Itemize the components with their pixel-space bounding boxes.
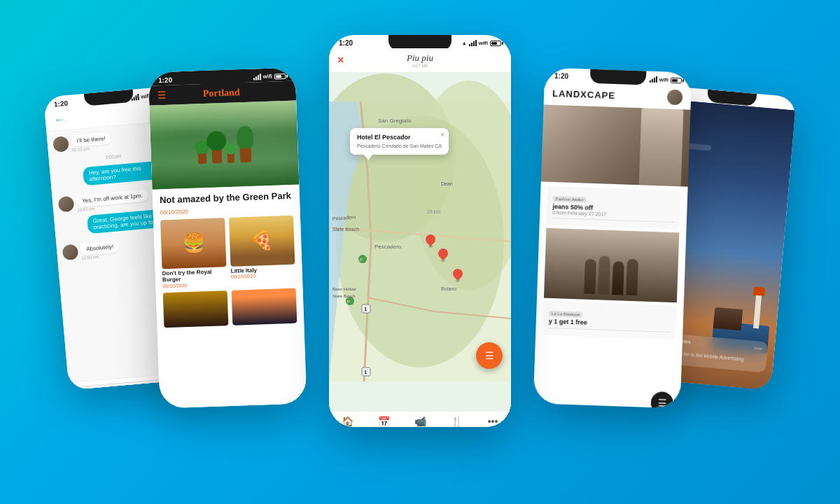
signal-landxcape bbox=[649, 76, 657, 83]
map-logo-area: Piu piu GET ME bbox=[407, 52, 433, 68]
svg-text:Butano: Butano bbox=[441, 286, 456, 291]
greenhouse-visual bbox=[149, 100, 299, 189]
landxcape-title-area: LANDXCAPE bbox=[552, 88, 615, 100]
pin-head-3 bbox=[451, 267, 465, 281]
svg-text:28 km: 28 km bbox=[427, 209, 440, 214]
landxcape-hero bbox=[541, 104, 691, 186]
plant-4 bbox=[236, 126, 253, 149]
pin-head-1 bbox=[424, 232, 438, 246]
map-list-toggle[interactable]: ☰ bbox=[476, 342, 503, 369]
map-header: × Piu piu GET ME bbox=[329, 48, 511, 72]
landxcape-screen: LANDXCAPE Fashion Atelier jeans 50% off … bbox=[533, 80, 692, 408]
signal-map bbox=[469, 40, 477, 46]
phone-portland: 1:20 wifi ☰ Portland bbox=[148, 67, 307, 408]
battery-landxcape bbox=[671, 77, 682, 83]
portland-header-spacer bbox=[276, 91, 288, 92]
map-logo-sub: GET ME bbox=[407, 64, 433, 68]
person-sil-2 bbox=[598, 255, 610, 295]
plant-2 bbox=[206, 131, 227, 151]
portland-screen: ☰ Portland bbox=[148, 80, 307, 408]
svg-text:San Gregorio: San Gregorio bbox=[378, 118, 412, 124]
portland-app-title: Portland bbox=[203, 87, 240, 99]
avatar-chat-2 bbox=[58, 196, 75, 213]
map-close-button[interactable]: × bbox=[337, 54, 344, 66]
person-silhouette bbox=[639, 108, 684, 186]
pizza-image: 🍕 bbox=[229, 216, 295, 267]
status-icons-map: ▲ wifi bbox=[462, 40, 501, 46]
pot-1 bbox=[198, 153, 207, 164]
nav-item-program[interactable]: 📅 Program bbox=[365, 416, 402, 427]
avatar-chat-1 bbox=[52, 136, 69, 153]
map-popup: × Hotel El Pescador Pescadero Condado de… bbox=[350, 128, 449, 155]
hamburger-icon[interactable]: ☰ bbox=[158, 90, 167, 101]
pot-4 bbox=[239, 147, 251, 163]
map-screen: × Piu piu GET ME bbox=[329, 48, 511, 427]
map-popup-close[interactable]: × bbox=[440, 131, 444, 139]
thumb-city-image bbox=[232, 288, 298, 326]
pot-3 bbox=[227, 153, 234, 163]
group-silhouettes bbox=[584, 255, 638, 296]
notch-landxcape bbox=[590, 69, 647, 85]
home-icon: 🏠 bbox=[342, 416, 354, 427]
nav-item-eatdrink[interactable]: 🍴 Eat & Drink bbox=[438, 416, 475, 427]
pin-head-2 bbox=[436, 246, 450, 260]
nav-item-live[interactable]: 📹 Live + bbox=[402, 416, 438, 427]
pot-2 bbox=[212, 149, 223, 163]
portland-grid: 🍔 Don't try the Royal Burger 09/10/2020 … bbox=[160, 216, 295, 289]
portland-bottom-grid bbox=[163, 288, 298, 328]
phones-container: 1:20 ▲ wifi ← I'll be there! 02:13 pm bbox=[35, 14, 805, 490]
plant-3 bbox=[225, 143, 237, 155]
svg-text:Pescadero: Pescadero bbox=[374, 244, 402, 250]
map-popup-title: Hotel El Pescador bbox=[357, 134, 442, 141]
svg-text:1: 1 bbox=[364, 369, 368, 375]
offer-title-2: y 1 get 1 free bbox=[549, 318, 671, 329]
grid-item-burger: 🍔 Don't try the Royal Burger 09/10/2020 bbox=[160, 218, 227, 288]
fashion-photo bbox=[541, 104, 691, 186]
burger-image: 🍔 bbox=[160, 218, 226, 269]
wifi-portland: wifi bbox=[262, 74, 272, 80]
map-pin-1[interactable] bbox=[426, 234, 435, 247]
thumb-dark-image bbox=[163, 290, 229, 328]
nav-item-more[interactable]: ••• More bbox=[475, 416, 511, 427]
offer-jeans[interactable]: Fashion Atelier jeans 50% off d from Feb… bbox=[547, 186, 681, 230]
svg-text:1: 1 bbox=[364, 306, 368, 312]
map-pin-2[interactable] bbox=[438, 248, 448, 261]
pizza-emoji: 🍕 bbox=[251, 230, 274, 252]
live-icon: 📹 bbox=[414, 416, 426, 427]
nav-item-home[interactable]: 🏠 Home bbox=[329, 416, 365, 427]
portland-post-title: Not amazed by the Green Park bbox=[160, 190, 293, 207]
portland-hero-image bbox=[149, 100, 299, 189]
offer-buy1get1[interactable]: La La Boutique y 1 get 1 free bbox=[542, 301, 677, 340]
map-logo: Piu piu bbox=[407, 52, 433, 64]
list-icon: ☰ bbox=[485, 350, 494, 361]
landxcape-offers: Fashion Atelier jeans 50% off d from Feb… bbox=[533, 181, 688, 408]
map-pin-3[interactable] bbox=[453, 269, 463, 281]
grid-item-pizza: 🍕 Little Italy 09/10/2020 bbox=[229, 216, 295, 286]
person-sil-4 bbox=[626, 259, 638, 296]
burger-emoji: 🍔 bbox=[182, 232, 205, 255]
map-bottom-nav: 🏠 Home 📅 Program 📹 Live + 🍴 Eat & Drink … bbox=[329, 411, 511, 427]
back-arrow-chat[interactable]: ← bbox=[53, 113, 66, 126]
landxcape-avatar[interactable] bbox=[667, 90, 683, 106]
person-sil-3 bbox=[612, 261, 624, 295]
signal-lockscreen bbox=[753, 99, 762, 106]
status-time-landxcape: 1:20 bbox=[554, 72, 568, 80]
status-time-chat: 1:20 bbox=[54, 99, 69, 108]
person-sil-1 bbox=[584, 259, 596, 295]
status-time-map: 1:20 bbox=[339, 39, 353, 47]
offer-badge-2: La La Boutique bbox=[549, 311, 583, 318]
notif-time: now bbox=[754, 345, 762, 350]
chat-input[interactable]: Your message * bbox=[74, 379, 172, 391]
offer-badge-1: Fashion Atelier bbox=[553, 196, 587, 203]
svg-text:Bean Hollow: Bean Hollow bbox=[332, 287, 356, 291]
wifi-map: wifi bbox=[479, 40, 488, 46]
notch-portland bbox=[194, 69, 251, 85]
battery-lockscreen bbox=[775, 101, 787, 107]
map-area[interactable]: San Gregorio Pescadero State Beach Pesca… bbox=[329, 72, 511, 411]
lighthouse-tower bbox=[753, 293, 762, 329]
landxcape-hero2 bbox=[544, 228, 679, 303]
svg-text:State Beach: State Beach bbox=[332, 227, 359, 232]
avatar-chat-3 bbox=[62, 244, 79, 260]
map-popup-subtitle: Pescadero Condado de San Mateo CA bbox=[357, 143, 442, 149]
portland-post-date: 09/10/2020 bbox=[160, 205, 293, 216]
